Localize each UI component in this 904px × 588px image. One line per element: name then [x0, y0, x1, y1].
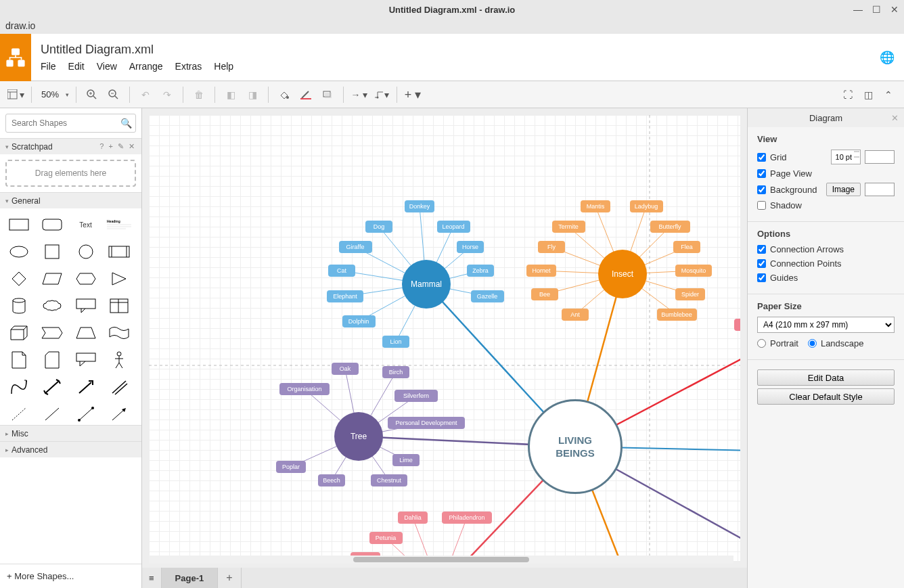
- shape-circle[interactable]: [72, 241, 99, 263]
- guides-checkbox[interactable]: [757, 273, 766, 282]
- maximize-icon[interactable]: ☐: [872, 4, 881, 15]
- format-panel-icon[interactable]: ◫: [859, 86, 877, 104]
- shape-callout2[interactable]: [72, 349, 99, 371]
- hub-insect[interactable]: Insect: [598, 250, 647, 298]
- shape-diamond[interactable]: [5, 268, 32, 290]
- landscape-radio[interactable]: [808, 339, 817, 348]
- paper-size-select[interactable]: A4 (210 mm x 297 mm): [757, 317, 895, 333]
- leaf-mammal[interactable]: Gazelle: [471, 290, 504, 302]
- shape-hexagon[interactable]: [72, 268, 99, 290]
- page-tab-1[interactable]: Page-1: [162, 568, 219, 588]
- line-color-icon[interactable]: [297, 86, 315, 104]
- menu-view[interactable]: View: [97, 61, 117, 72]
- shape-triangle[interactable]: [106, 268, 133, 290]
- more-shapes-button[interactable]: + More Shapes...: [0, 564, 141, 588]
- shape-dir-line[interactable]: [106, 403, 133, 425]
- background-image-button[interactable]: Image: [826, 183, 861, 196]
- scratchpad-tools[interactable]: ? + ✎ ✕: [99, 142, 136, 151]
- background-checkbox[interactable]: [757, 185, 766, 194]
- leaf-insect[interactable]: Termite: [552, 221, 585, 233]
- leaf-insect[interactable]: Hornet: [526, 265, 556, 277]
- shape-tape[interactable]: [106, 322, 133, 344]
- redo-icon[interactable]: ↷: [158, 86, 176, 104]
- fullscreen-icon[interactable]: ⛶: [839, 86, 857, 104]
- grid-checkbox[interactable]: [757, 153, 766, 162]
- shape-heading[interactable]: Heading: [106, 214, 133, 235]
- leaf-insect[interactable]: Ladybug: [630, 200, 663, 212]
- menu-arrange[interactable]: Arrange: [129, 61, 163, 72]
- add-page-button[interactable]: +: [218, 568, 241, 588]
- leaf-flower[interactable]: Philadendron: [442, 512, 492, 524]
- leaf-mammal[interactable]: Cat: [328, 265, 355, 277]
- leaf-tree[interactable]: Organisation: [279, 383, 330, 395]
- to-back-icon[interactable]: ◨: [244, 86, 261, 104]
- app-logo[interactable]: [0, 34, 31, 81]
- shape-cloud[interactable]: [39, 295, 66, 317]
- portrait-radio[interactable]: [757, 339, 766, 348]
- shape-cube[interactable]: [5, 322, 32, 344]
- shape-rect[interactable]: [5, 214, 32, 235]
- shape-note[interactable]: [5, 349, 32, 371]
- shape-actor[interactable]: [106, 349, 133, 371]
- to-front-icon[interactable]: ◧: [222, 86, 240, 104]
- globe-icon[interactable]: 🌐: [880, 50, 895, 65]
- conn-points-checkbox[interactable]: [757, 259, 766, 268]
- general-header[interactable]: ▾General: [0, 192, 141, 208]
- misc-header[interactable]: ▸Misc: [0, 425, 141, 441]
- scratchpad-dropzone[interactable]: Drag elements here: [5, 160, 136, 187]
- leaf-flower[interactable]: Petunia: [369, 532, 403, 544]
- view-mode-button[interactable]: ▾: [7, 86, 24, 104]
- fill-icon[interactable]: [275, 86, 293, 104]
- shadow-icon[interactable]: [319, 86, 336, 104]
- leaf-tree[interactable]: Birch: [382, 366, 409, 378]
- zoom-level[interactable]: 50%: [39, 89, 62, 99]
- leaf-insect[interactable]: Butterfly: [650, 221, 690, 233]
- pageview-checkbox[interactable]: [757, 169, 766, 178]
- connection-icon[interactable]: → ▾: [351, 86, 368, 104]
- shape-curve[interactable]: [5, 376, 32, 398]
- shape-text[interactable]: Text: [72, 214, 99, 235]
- leaf-insect[interactable]: Spider: [675, 288, 705, 300]
- hub-tree[interactable]: Tree: [334, 412, 383, 461]
- leaf-tree[interactable]: Personal Development: [388, 417, 465, 429]
- leaf-insect[interactable]: Flea: [673, 241, 700, 253]
- shape-bidir-line[interactable]: [72, 403, 99, 425]
- menu-extras[interactable]: Extras: [175, 61, 202, 72]
- leaf-tree[interactable]: Poplar: [276, 461, 306, 473]
- leaf-tree[interactable]: Lime: [392, 454, 420, 466]
- undo-icon[interactable]: ↶: [137, 86, 154, 104]
- leaf-mammal[interactable]: Zebra: [467, 265, 494, 277]
- leaf-insect[interactable]: Mantis: [581, 200, 610, 212]
- shape-line[interactable]: [39, 403, 66, 425]
- shape-process[interactable]: [106, 241, 133, 263]
- leaf-mammal[interactable]: Lion: [382, 336, 409, 348]
- shape-rounded-rect[interactable]: [39, 214, 66, 235]
- shape-ellipse[interactable]: [5, 241, 32, 263]
- clear-style-button[interactable]: Clear Default Style: [757, 388, 895, 405]
- waypoint-icon[interactable]: ▾: [372, 86, 390, 104]
- leaf-tree[interactable]: Oak: [332, 363, 359, 375]
- leaf-insect[interactable]: Bumblebee: [657, 309, 697, 321]
- conn-arrows-checkbox[interactable]: [757, 245, 766, 254]
- close-icon[interactable]: ✕: [890, 4, 899, 15]
- shape-arrow[interactable]: [72, 376, 99, 398]
- menu-file[interactable]: File: [41, 61, 56, 72]
- doc-title[interactable]: Untitled Diagram.xml: [41, 43, 233, 57]
- collapse-icon[interactable]: ⌃: [880, 86, 897, 104]
- background-color-swatch[interactable]: [865, 183, 895, 196]
- shape-step[interactable]: [39, 322, 66, 344]
- shape-parallelogram[interactable]: [39, 268, 66, 290]
- leaf-mammal[interactable]: Dog: [365, 221, 392, 233]
- shadow-checkbox[interactable]: [757, 201, 766, 210]
- leaf-mammal[interactable]: Leopard: [437, 221, 470, 233]
- shape-callout[interactable]: [72, 295, 99, 317]
- shape-square[interactable]: [39, 241, 66, 263]
- add-icon[interactable]: + ▾: [404, 86, 422, 104]
- scratchpad-header[interactable]: ▾Scratchpad? + ✎ ✕: [0, 138, 141, 154]
- leaf-insect[interactable]: Mosquito: [675, 265, 712, 277]
- zoom-out-icon[interactable]: [105, 86, 122, 104]
- leaf-mammal[interactable]: Elephant: [327, 290, 363, 302]
- leaf-tree[interactable]: Silverfern: [394, 390, 438, 402]
- close-panel-icon[interactable]: ✕: [891, 113, 899, 123]
- shape-trapezoid[interactable]: [72, 322, 99, 344]
